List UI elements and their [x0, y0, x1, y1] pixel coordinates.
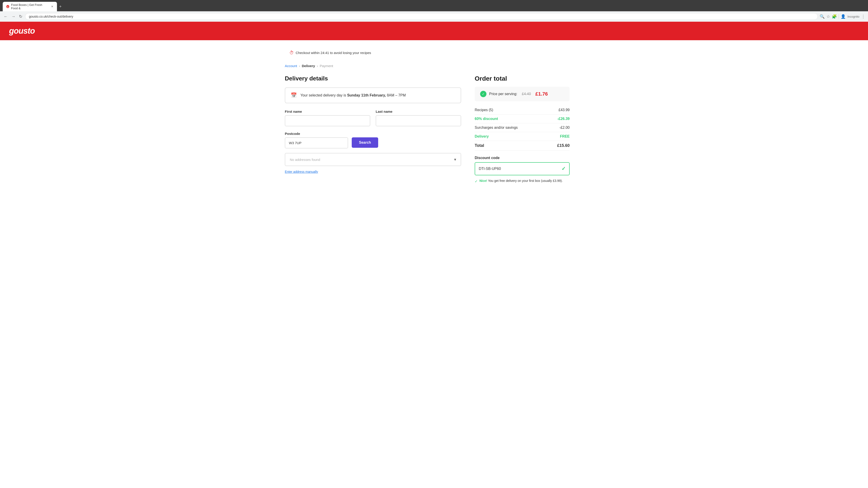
nice-message-text: Nice! You get free delivery on your firs… [479, 179, 563, 183]
breadcrumb: Account › Delivery › Payment [285, 64, 583, 68]
surcharges-value: -£2.00 [559, 126, 569, 130]
nice-label: Nice! [479, 179, 487, 183]
breadcrumb-sep-2: › [317, 64, 318, 68]
discount-badge-icon: ✓ [480, 91, 487, 97]
discount-code-input-wrap: ✓ [475, 162, 569, 175]
surcharges-line: Surcharges and/or savings -£2.00 [475, 123, 569, 132]
delivery-day-text: Your selected delivery day is Sunday 11t… [301, 93, 406, 97]
active-tab[interactable]: g Food Boxes | Get Fresh Food & ✕ [3, 2, 57, 11]
recipes-value: £43.99 [559, 108, 569, 112]
calendar-icon: 📅 [291, 92, 297, 98]
recipes-line: Recipes (5) £43.99 [475, 106, 569, 115]
left-column: Delivery details 📅 Your selected deliver… [285, 75, 461, 174]
menu-icon[interactable]: ⋮ [861, 14, 865, 19]
delivery-day-box: 📅 Your selected delivery day is Sunday 1… [285, 88, 461, 103]
first-name-label: First name [285, 109, 370, 113]
tab-close-button[interactable]: ✕ [51, 5, 53, 8]
discount-code-section: Discount code ✓ [475, 156, 569, 175]
delivery-day-prefix: Your selected delivery day is [301, 93, 347, 97]
timer-icon: ⏱ [289, 50, 294, 55]
enter-address-manually-link[interactable]: Enter address manually [285, 170, 318, 173]
delivery-day-date: Sunday 11th February, [347, 93, 386, 97]
discount-value: -£26.39 [557, 117, 569, 121]
first-name-group: First name [285, 109, 370, 126]
total-line: Total £15.60 [475, 141, 569, 151]
nice-message: ✓ Nice! You get free delivery on your fi… [475, 179, 569, 184]
url-text: gousto.co.uk/check-out/delivery [29, 15, 814, 18]
discount-code-label: Discount code [475, 156, 569, 160]
profile-icon[interactable]: 👤 [841, 14, 846, 19]
recipes-label: Recipes (5) [475, 108, 493, 112]
breadcrumb-delivery: Delivery [302, 64, 315, 68]
price-per-serving-box: ✓ Price per serving: £4.40 £1.76 [475, 87, 569, 101]
discount-label: 60% discount [475, 117, 498, 121]
delivery-day-time: 8AM – 7PM [386, 93, 406, 97]
no-addresses-text: No addresses found [290, 158, 320, 162]
browser-toolbar: ← → ↻ gousto.co.uk/check-out/delivery 🔍 … [0, 11, 868, 22]
postcode-section: Postcode Search [285, 132, 461, 149]
total-label: Total [475, 143, 484, 148]
total-value: £15.60 [557, 143, 569, 148]
nice-message-body: You get free delivery on your first box … [488, 179, 563, 183]
address-dropdown[interactable]: No addresses found ▾ [285, 153, 461, 166]
incognito-label: Incognito [847, 15, 860, 18]
postcode-input[interactable] [285, 137, 348, 149]
app-logo[interactable]: gousto [9, 26, 859, 36]
nice-check-icon: ✓ [475, 179, 477, 184]
delivery-value: FREE [560, 134, 569, 138]
main-layout: Delivery details 📅 Your selected deliver… [285, 75, 583, 184]
delivery-label: Delivery [475, 134, 489, 138]
toolbar-right: 🔍 ☆ 🧩 👤 Incognito ⋮ [819, 14, 865, 19]
incognito-badge: Incognito [847, 15, 860, 18]
last-name-label: Last name [376, 109, 461, 113]
refresh-button[interactable]: ↻ [18, 13, 23, 20]
tab-title: Food Boxes | Get Fresh Food & [11, 3, 49, 10]
name-fields-row: First name Last name [285, 109, 461, 126]
last-name-group: Last name [376, 109, 461, 126]
search-button[interactable]: Search [352, 137, 378, 148]
browser-tabs: g Food Boxes | Get Fresh Food & ✕ + [3, 2, 865, 11]
bookmark-icon[interactable]: ☆ [827, 14, 830, 19]
forward-button[interactable]: → [10, 13, 16, 20]
timer-bar: ⏱ Checkout within 24:41 to avoid losing … [285, 47, 583, 59]
breadcrumb-sep-1: › [299, 64, 300, 68]
discount-code-input[interactable] [479, 167, 561, 171]
extensions-icon[interactable]: 🧩 [832, 14, 837, 19]
new-tab-button[interactable]: + [57, 3, 64, 10]
timer-text: Checkout within 24:41 to avoid losing yo… [296, 51, 371, 55]
breadcrumb-account[interactable]: Account [285, 64, 297, 68]
discount-code-check-icon: ✓ [561, 166, 565, 172]
delivery-details-title: Delivery details [285, 75, 461, 82]
breadcrumb-payment: Payment [320, 64, 333, 68]
last-name-input[interactable] [376, 115, 461, 126]
address-bar[interactable]: gousto.co.uk/check-out/delivery [25, 13, 818, 20]
postcode-label: Postcode [285, 132, 461, 135]
postcode-row: Search [285, 137, 461, 149]
back-button[interactable]: ← [3, 13, 8, 20]
discount-line: 60% discount -£26.39 [475, 115, 569, 123]
app-header: gousto [0, 22, 868, 40]
tab-favicon: g [6, 5, 9, 8]
price-per-serving-label: Price per serving: [489, 92, 518, 96]
delivery-line: Delivery FREE [475, 132, 569, 141]
app-content: ⏱ Checkout within 24:41 to avoid losing … [276, 40, 592, 190]
browser-chrome: g Food Boxes | Get Fresh Food & ✕ + [0, 0, 868, 11]
right-column: Order total ✓ Price per serving: £4.40 £… [475, 75, 569, 184]
search-icon[interactable]: 🔍 [819, 14, 825, 19]
chevron-down-icon: ▾ [454, 157, 456, 162]
price-original: £4.40 [522, 92, 531, 96]
order-total-title: Order total [475, 75, 569, 82]
surcharges-label: Surcharges and/or savings [475, 126, 518, 130]
first-name-input[interactable] [285, 115, 370, 126]
price-discounted: £1.76 [535, 91, 548, 97]
